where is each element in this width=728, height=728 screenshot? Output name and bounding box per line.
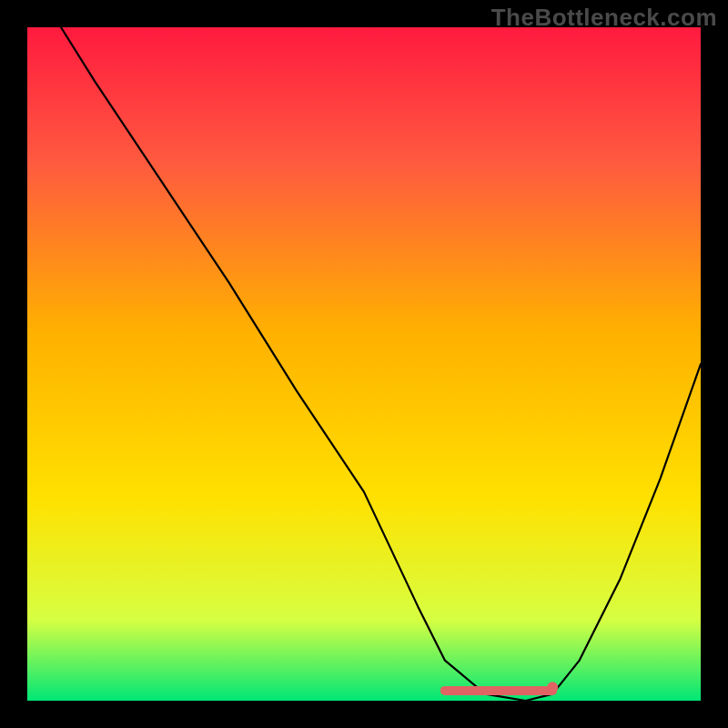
floor-dot	[547, 682, 558, 693]
curve-layer	[27, 27, 701, 701]
watermark-text: TheBottleneck.com	[491, 4, 717, 32]
bottleneck-curve	[61, 27, 701, 701]
chart-frame: TheBottleneck.com	[0, 0, 728, 728]
plot-area	[27, 27, 701, 701]
